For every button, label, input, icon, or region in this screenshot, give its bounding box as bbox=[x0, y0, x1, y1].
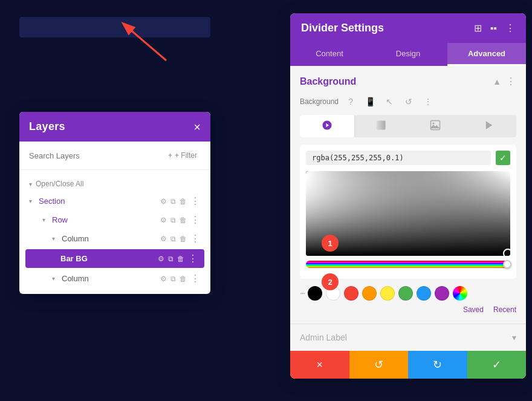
layers-search-input[interactable] bbox=[29, 151, 160, 160]
more-options-icon[interactable]: ⋮ bbox=[505, 22, 515, 34]
filter-label: + Filter bbox=[175, 151, 197, 160]
bg-type-image[interactable] bbox=[408, 115, 462, 137]
section-chevron: ▾ bbox=[29, 198, 35, 204]
section-controls: ▲ ⋮ bbox=[493, 76, 516, 87]
bg-type-color[interactable] bbox=[300, 115, 354, 137]
step-badge-1: 1 bbox=[322, 235, 339, 252]
column1-chevron: ▾ bbox=[52, 235, 58, 242]
bg-cursor-icon[interactable]: ↖ bbox=[382, 94, 397, 109]
bg-help-icon[interactable]: ? bbox=[343, 94, 358, 109]
bg-more-icon[interactable]: ⋮ bbox=[421, 94, 435, 109]
step-badge-2: 2 bbox=[322, 273, 339, 290]
bg-type-gradient[interactable] bbox=[354, 115, 409, 137]
background-section-title: Background bbox=[300, 76, 356, 87]
layer-item-bar-bg[interactable]: Bar BG ⚙ ⧉ 🗑 ⋮ bbox=[25, 249, 204, 268]
hue-slider-thumb[interactable] bbox=[503, 260, 511, 269]
svg-rect-2 bbox=[377, 121, 386, 130]
column1-gear-icon[interactable]: ⚙ bbox=[160, 235, 167, 243]
bar-bg-copy-icon[interactable]: ⧉ bbox=[168, 255, 174, 263]
open-close-chevron: ▾ bbox=[29, 181, 32, 187]
layers-close-button[interactable]: × bbox=[193, 121, 201, 133]
column2-trash-icon[interactable]: 🗑 bbox=[180, 275, 187, 283]
swatch-orange[interactable] bbox=[362, 286, 377, 301]
saved-label[interactable]: Saved bbox=[463, 305, 484, 314]
row-more-icon[interactable]: ⋮ bbox=[190, 214, 201, 226]
save-button[interactable]: ✓ bbox=[467, 351, 527, 379]
row-trash-icon[interactable]: 🗑 bbox=[180, 216, 187, 224]
swatch-black[interactable] bbox=[308, 286, 322, 301]
background-section-header: Background ▲ ⋮ bbox=[300, 76, 516, 87]
open-close-all[interactable]: ▾ Open/Close All bbox=[19, 176, 210, 192]
swatch-red[interactable] bbox=[344, 286, 358, 301]
bar-bg-trash-icon[interactable]: 🗑 bbox=[177, 255, 184, 263]
settings-panel: Divider Settings ⊞ ▪▪ ⋮ Content Design A… bbox=[290, 13, 526, 379]
row-gear-icon[interactable]: ⚙ bbox=[160, 216, 167, 224]
section-more-icon[interactable]: ⋮ bbox=[506, 76, 516, 87]
section-copy-icon[interactable]: ⧉ bbox=[170, 197, 176, 206]
red-arrow bbox=[112, 18, 172, 67]
swatch-purple[interactable] bbox=[435, 286, 449, 301]
section-more-icon[interactable]: ⋮ bbox=[190, 195, 201, 207]
tab-content[interactable]: Content bbox=[290, 43, 369, 66]
tab-advanced[interactable]: Advanced bbox=[447, 43, 526, 66]
bg-type-video[interactable] bbox=[462, 115, 517, 137]
bg-type-tabs bbox=[300, 115, 516, 137]
bar-bg-more-icon[interactable]: ⋮ bbox=[188, 253, 198, 264]
color-confirm-button[interactable]: ✓ bbox=[496, 151, 510, 165]
layers-body: ▾ Open/Close All ▾ Section ⚙ ⧉ 🗑 ⋮ ▾ Row… bbox=[19, 170, 210, 294]
hue-slider[interactable] bbox=[306, 261, 510, 268]
swatch-green[interactable] bbox=[398, 286, 413, 301]
svg-marker-5 bbox=[486, 121, 493, 129]
cancel-button[interactable]: × bbox=[290, 351, 349, 379]
recent-label[interactable]: Recent bbox=[493, 305, 516, 314]
column2-copy-icon[interactable]: ⧉ bbox=[170, 275, 176, 283]
admin-label-section[interactable]: Admin Label ▾ bbox=[290, 324, 526, 351]
section-trash-icon[interactable]: 🗑 bbox=[180, 197, 187, 206]
open-close-label: Open/Close All bbox=[36, 180, 83, 188]
column1-more-icon[interactable]: ⋮ bbox=[190, 233, 201, 244]
color-input-row: rgba(255,255,255,0.1) ✓ bbox=[306, 151, 510, 165]
resize-icon[interactable]: ⊞ bbox=[474, 22, 482, 34]
redo-button[interactable]: ↻ bbox=[408, 351, 467, 379]
swatch-yellow[interactable] bbox=[380, 286, 395, 301]
swatch-blue[interactable] bbox=[417, 286, 431, 301]
settings-header: Divider Settings ⊞ ▪▪ ⋮ bbox=[290, 13, 526, 43]
column2-gear-icon[interactable]: ⚙ bbox=[160, 275, 167, 283]
background-label-row: Background ? 📱 ↖ ↺ ⋮ bbox=[300, 94, 516, 109]
color-picker-thumb[interactable] bbox=[503, 249, 510, 256]
layers-panel: Layers × + + Filter ▾ Open/Close All ▾ S… bbox=[19, 112, 210, 294]
column2-actions: ⚙ ⧉ 🗑 ⋮ bbox=[160, 273, 201, 284]
undo-button[interactable]: ↺ bbox=[349, 351, 409, 379]
layer-item-section[interactable]: ▾ Section ⚙ ⧉ 🗑 ⋮ bbox=[19, 192, 210, 210]
row-chevron: ▾ bbox=[42, 217, 48, 223]
column1-copy-icon[interactable]: ⧉ bbox=[170, 235, 176, 243]
background-label: Background bbox=[300, 97, 339, 106]
bg-mobile-icon[interactable]: 📱 bbox=[363, 94, 377, 109]
color-input-box[interactable]: rgba(255,255,255,0.1) bbox=[306, 151, 491, 165]
svg-line-1 bbox=[124, 24, 166, 60]
svg-point-4 bbox=[432, 123, 434, 125]
section-collapse-icon[interactable]: ▲ bbox=[493, 77, 501, 86]
bar-bg-gear-icon[interactable]: ⚙ bbox=[158, 255, 164, 263]
layers-header: Layers × bbox=[19, 112, 210, 142]
column1-actions: ⚙ ⧉ 🗑 ⋮ bbox=[160, 233, 201, 244]
section-gear-icon[interactable]: ⚙ bbox=[160, 197, 167, 206]
settings-header-icons: ⊞ ▪▪ ⋮ bbox=[474, 22, 515, 34]
layers-filter-button[interactable]: + + Filter bbox=[164, 149, 201, 162]
row-label: Row bbox=[52, 215, 157, 224]
layer-item-row[interactable]: ▾ Row ⚙ ⧉ 🗑 ⋮ bbox=[19, 210, 210, 229]
tab-design[interactable]: Design bbox=[369, 43, 447, 66]
column2-chevron: ▾ bbox=[52, 275, 58, 282]
layer-item-column-2[interactable]: ▾ Column ⚙ ⧉ 🗑 ⋮ bbox=[19, 269, 210, 288]
layer-item-column-1[interactable]: ▾ Column ⚙ ⧉ 🗑 ⋮ bbox=[19, 229, 210, 248]
settings-tabs: Content Design Advanced bbox=[290, 43, 526, 66]
column1-label: Column bbox=[62, 234, 157, 243]
row-copy-icon[interactable]: ⧉ bbox=[170, 216, 176, 224]
column2-more-icon[interactable]: ⋮ bbox=[190, 273, 201, 284]
color-picker-area: rgba(255,255,255,0.1) ✓ bbox=[300, 145, 516, 279]
column1-trash-icon[interactable]: 🗑 bbox=[180, 235, 187, 243]
swatch-multicolor[interactable] bbox=[453, 286, 467, 301]
bg-reset-icon[interactable]: ↺ bbox=[401, 94, 416, 109]
columns-icon[interactable]: ▪▪ bbox=[490, 23, 497, 34]
swatches-more-icon[interactable]: ··· bbox=[300, 288, 304, 299]
